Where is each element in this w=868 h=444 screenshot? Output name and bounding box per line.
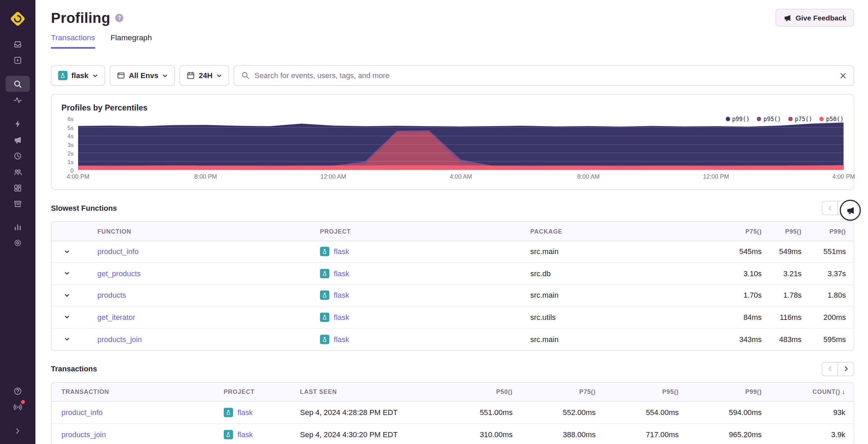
p75-cell: 343ms bbox=[698, 328, 762, 350]
function-link[interactable]: products bbox=[98, 291, 126, 299]
sidebar-item-replays[interactable] bbox=[5, 148, 30, 164]
floating-feedback-button[interactable] bbox=[840, 200, 861, 221]
column-header-expander bbox=[52, 222, 83, 241]
project-link[interactable]: flask bbox=[334, 335, 349, 343]
app-root: Profiling ? Give Feedback Transactions F… bbox=[0, 0, 868, 444]
page-header: Profiling ? Give Feedback bbox=[51, 9, 854, 27]
sidebar-item-performance[interactable] bbox=[5, 92, 30, 108]
sidebar-nav bbox=[5, 36, 30, 251]
series-p50 bbox=[78, 165, 844, 170]
p99-cell: 551ms bbox=[801, 241, 854, 263]
p99-cell: 594.00ms bbox=[679, 401, 762, 423]
help-icon[interactable]: ? bbox=[115, 14, 124, 22]
tab-flamegraph[interactable]: Flamegraph bbox=[111, 33, 152, 48]
column-header-p99: P99() bbox=[801, 222, 854, 241]
p95-cell: 554.00ms bbox=[596, 401, 679, 423]
p75-cell: 388.00ms bbox=[512, 423, 595, 444]
prev-page-button[interactable] bbox=[822, 361, 838, 376]
lightning-icon bbox=[13, 119, 22, 128]
p99-cell: 595ms bbox=[801, 328, 854, 350]
search-input[interactable] bbox=[255, 71, 835, 79]
p95-cell: 549ms bbox=[762, 241, 801, 263]
y-axis-tick: 2s bbox=[68, 150, 74, 156]
x-axis-tick: 4:00 PM bbox=[832, 173, 855, 180]
date-range-label: 24H bbox=[199, 71, 213, 79]
project-selector-label: flask bbox=[71, 71, 88, 79]
project-link[interactable]: flask bbox=[334, 291, 349, 299]
last-seen-cell: Sep 4, 2024 4:28:28 PM EDT bbox=[300, 401, 430, 423]
sidebar-item-help[interactable] bbox=[5, 383, 30, 399]
p95-cell: 717.00ms bbox=[596, 423, 679, 444]
column-header-package: PACKAGE bbox=[516, 222, 698, 241]
y-axis-tick: 4s bbox=[68, 133, 74, 139]
sidebar-item-whats-new[interactable] bbox=[5, 399, 30, 415]
gear-icon bbox=[13, 238, 22, 247]
performance-icon bbox=[13, 95, 22, 104]
transaction-link[interactable]: product_info bbox=[61, 408, 103, 416]
calendar-icon bbox=[187, 71, 195, 79]
p75-cell: 1.70s bbox=[698, 284, 762, 306]
project-link[interactable]: flask bbox=[334, 313, 349, 321]
function-link[interactable]: products_join bbox=[98, 335, 142, 343]
clear-search-icon[interactable] bbox=[840, 72, 846, 79]
column-header-count[interactable]: COUNT()↓ bbox=[762, 383, 854, 401]
column-header-p50: P50() bbox=[430, 383, 512, 401]
flask-project-icon bbox=[320, 291, 330, 300]
date-range-selector[interactable]: 24H bbox=[179, 65, 229, 86]
project-link[interactable]: flask bbox=[237, 408, 253, 416]
sidebar-item-user-feedback[interactable] bbox=[5, 164, 30, 180]
project-link[interactable]: flask bbox=[334, 269, 349, 278]
x-axis-tick: 8:00 PM bbox=[194, 173, 217, 180]
sentry-logo[interactable] bbox=[10, 11, 26, 27]
transactions-pagination bbox=[822, 361, 854, 376]
chevron-down-icon bbox=[216, 73, 222, 78]
chevron-down-icon bbox=[64, 248, 70, 255]
sidebar-item-profiling[interactable] bbox=[5, 116, 30, 132]
sidebar-collapse-button[interactable] bbox=[5, 423, 30, 439]
search-icon bbox=[241, 71, 249, 79]
table-row: get_iterator flask src.utils 84ms 116ms … bbox=[52, 306, 854, 328]
sidebar-item-search[interactable] bbox=[5, 76, 30, 92]
project-selector[interactable]: flask bbox=[51, 65, 105, 86]
project-link[interactable]: flask bbox=[237, 430, 253, 438]
prev-page-button[interactable] bbox=[822, 201, 838, 215]
package-cell: src.main bbox=[516, 328, 698, 350]
chevron-right-icon bbox=[843, 366, 849, 372]
flask-project-icon bbox=[320, 247, 330, 256]
percentiles-chart-svg bbox=[78, 119, 844, 170]
function-link[interactable]: get_iterator bbox=[98, 313, 135, 321]
sidebar-item-stats[interactable] bbox=[5, 219, 30, 235]
expand-row-button[interactable] bbox=[61, 311, 73, 323]
slowest-functions-header: Slowest Functions bbox=[51, 201, 854, 215]
function-link[interactable]: product_info bbox=[98, 248, 139, 256]
archive-icon bbox=[13, 199, 22, 208]
function-link[interactable]: get_products bbox=[98, 269, 141, 278]
expand-row-button[interactable] bbox=[61, 289, 73, 301]
tab-transactions[interactable]: Transactions bbox=[51, 33, 95, 48]
sidebar-item-settings[interactable] bbox=[5, 235, 30, 251]
sidebar-item-issues[interactable] bbox=[5, 36, 30, 52]
next-page-button[interactable] bbox=[838, 361, 854, 376]
sidebar-item-feedback[interactable] bbox=[5, 132, 30, 148]
p95-cell: 483ms bbox=[762, 328, 801, 350]
sidebar-item-releases[interactable] bbox=[5, 196, 30, 212]
transaction-link[interactable]: products_join bbox=[61, 430, 106, 438]
give-feedback-button[interactable]: Give Feedback bbox=[776, 9, 854, 27]
table-row: product_info flask src.main 545ms 549ms … bbox=[52, 241, 854, 263]
expand-row-button[interactable] bbox=[61, 246, 73, 258]
environment-selector[interactable]: All Envs bbox=[110, 65, 175, 86]
megaphone-icon bbox=[13, 135, 22, 144]
tab-bar: Transactions Flamegraph bbox=[51, 33, 854, 48]
column-header-p95: P95() bbox=[762, 222, 801, 241]
y-axis-tick: 5s bbox=[68, 124, 74, 130]
give-feedback-label: Give Feedback bbox=[796, 14, 847, 22]
expand-row-button[interactable] bbox=[61, 333, 73, 345]
p99-cell: 200ms bbox=[801, 306, 854, 328]
column-header-project: PROJECT bbox=[305, 222, 516, 241]
p75-cell: 552.00ms bbox=[512, 401, 595, 423]
sidebar-item-dashboards[interactable] bbox=[5, 180, 30, 196]
expand-row-button[interactable] bbox=[61, 267, 73, 280]
project-link[interactable]: flask bbox=[334, 248, 349, 256]
sidebar-item-projects[interactable] bbox=[5, 52, 30, 68]
p99-cell: 1.80s bbox=[801, 284, 854, 306]
